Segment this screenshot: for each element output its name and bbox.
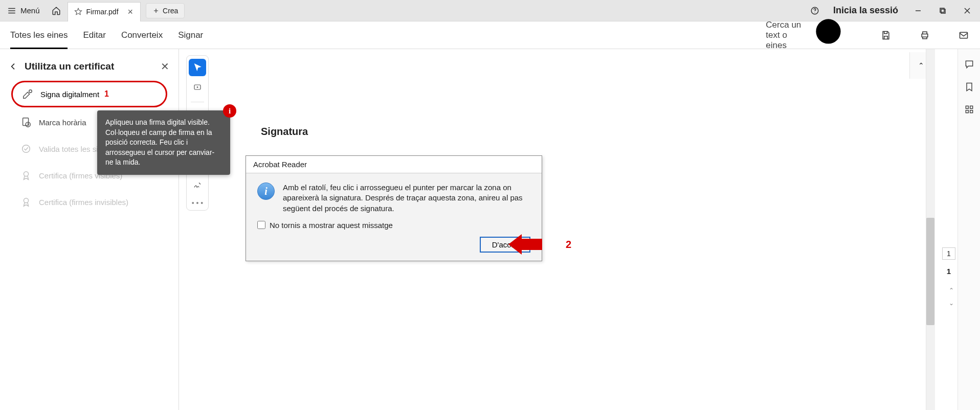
svg-rect-19 — [970, 110, 972, 113]
tab-label: Firmar.pdf — [86, 8, 119, 16]
window-controls — [907, 0, 978, 21]
svg-point-4 — [816, 19, 841, 43]
minimize-button[interactable] — [907, 0, 929, 21]
dont-show-checkbox[interactable] — [257, 221, 265, 229]
maximize-button[interactable] — [932, 0, 953, 21]
dialog-title: Acrobat Reader — [246, 156, 542, 173]
save-button[interactable] — [880, 29, 892, 41]
svg-rect-17 — [970, 106, 972, 108]
tab-edit[interactable]: Editar — [83, 30, 105, 49]
thumbnails-panel-button[interactable] — [963, 103, 975, 116]
pen-certificate-icon — [22, 88, 33, 100]
star-icon — [74, 8, 82, 16]
side-panel: Utilitza un certificat ✕ Signa digitalme… — [0, 49, 179, 410]
tab-all-tools[interactable]: Totes les eines — [10, 30, 68, 49]
dialog-checkbox-label: No tornis a mostrar aquest missatge — [270, 221, 393, 230]
sidebar-item-label: Marca horària — [39, 118, 86, 127]
scrollbar-track[interactable] — [926, 49, 935, 410]
dialog-checkbox-row[interactable]: No tornis a mostrar aquest missatge — [246, 219, 542, 237]
svg-rect-2 — [940, 8, 944, 12]
close-window-button[interactable] — [956, 0, 978, 21]
document-heading: Signatura — [261, 126, 308, 138]
annotation-arrow-2: 2 — [542, 234, 571, 255]
page-up-button[interactable]: ⌃ — [948, 287, 955, 294]
svg-rect-6 — [960, 32, 968, 38]
create-label: Crea — [163, 7, 178, 15]
dialog-acrobat-reader: Acrobat Reader i Amb el ratolí, feu clic… — [246, 155, 542, 261]
page-indicator-total: 1 — [942, 265, 955, 277]
menu-label: Menú — [20, 6, 40, 15]
right-rail — [957, 49, 980, 410]
ribbon-outline-icon — [20, 196, 32, 208]
dialog-message: Amb el ratolí, feu clic i arrossegueu el… — [283, 183, 530, 214]
search-placeholder: Cerca un text o eines — [766, 20, 806, 51]
svg-point-12 — [24, 198, 28, 203]
svg-point-7 — [29, 90, 32, 93]
share-button[interactable] — [957, 29, 970, 41]
print-button[interactable] — [919, 29, 931, 41]
svg-point-10 — [23, 145, 30, 153]
ribbon-icon — [20, 170, 32, 181]
tab-close-icon[interactable]: × — [128, 7, 133, 17]
add-comment-tool[interactable] — [189, 79, 206, 97]
sidebar-item-label: Signa digitalment — [40, 90, 99, 99]
tab-sign[interactable]: Signar — [178, 30, 203, 49]
select-tool[interactable] — [189, 59, 206, 76]
annotation-number-2: 2 — [566, 239, 571, 250]
side-panel-close[interactable]: ✕ — [161, 60, 169, 73]
clock-document-icon — [20, 117, 32, 128]
tab-convert[interactable]: Converteix — [121, 30, 163, 49]
signature-tool[interactable] — [189, 176, 206, 194]
plus-icon — [152, 7, 160, 14]
validate-icon — [20, 143, 32, 154]
sidebar-item-certify-invisible: Certifica (firmes invisibles) — [11, 190, 167, 214]
tooltip-text: Apliqueu una firma digital visible. Col·… — [105, 118, 214, 166]
comments-panel-button[interactable] — [963, 58, 975, 71]
page-indicator-current[interactable]: 1 — [942, 247, 955, 260]
info-icon: i — [257, 183, 275, 200]
side-panel-title: Utilitza un certificat — [25, 61, 153, 72]
tooltip-sign-digitally: Apliqueu una firma digital visible. Col·… — [97, 110, 230, 175]
main-area: Utilitza un certificat ✕ Signa digitalme… — [0, 49, 980, 410]
svg-rect-3 — [941, 9, 945, 13]
svg-rect-18 — [966, 110, 968, 113]
menu-button[interactable]: Menú — [2, 3, 45, 18]
main-toolbar: Totes les eines Editar Converteix Signar… — [0, 21, 980, 49]
sidebar-item-sign-digitally[interactable]: Signa digitalment 1 — [11, 81, 167, 107]
svg-rect-5 — [922, 34, 928, 37]
home-button[interactable] — [47, 3, 65, 19]
scrollbar-thumb[interactable] — [926, 218, 934, 325]
annotation-number-1: 1 — [104, 89, 109, 99]
more-tools-icon[interactable]: • • • — [192, 197, 203, 207]
back-button[interactable] — [9, 59, 17, 74]
create-button[interactable]: Crea — [146, 3, 185, 18]
bookmarks-panel-button[interactable] — [963, 81, 975, 93]
svg-point-1 — [814, 12, 815, 13]
info-badge-icon: i — [223, 104, 236, 118]
svg-rect-16 — [966, 106, 968, 108]
tab-document[interactable]: Firmar.pdf × — [68, 2, 141, 21]
document-area[interactable]: ⌃ A • • • Signatura Acrobat Reader i Amb… — [179, 49, 957, 410]
page-down-button[interactable]: ⌄ — [948, 300, 955, 307]
side-panel-header: Utilitza un certificat ✕ — [3, 55, 175, 78]
sidebar-item-label: Certifica (firmes invisibles) — [39, 198, 128, 207]
svg-point-11 — [24, 172, 28, 176]
